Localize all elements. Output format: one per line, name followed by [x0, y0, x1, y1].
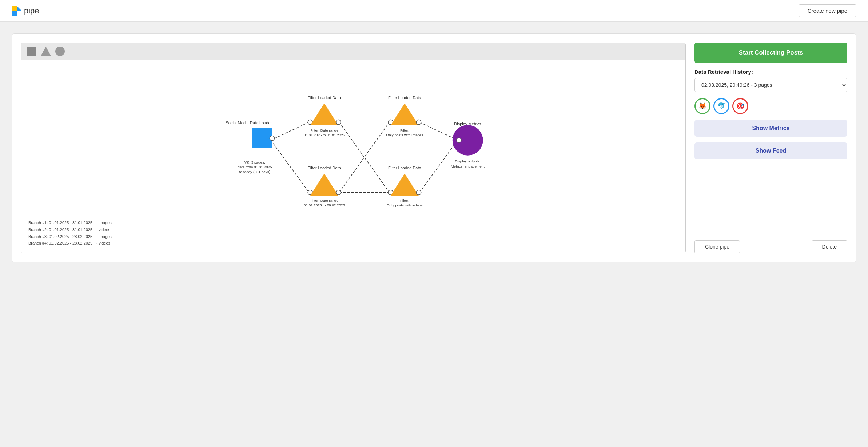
svg-text:Filter:: Filter:	[400, 128, 409, 132]
show-metrics-button[interactable]: Show Metrics	[694, 120, 847, 137]
avatar-1: 🦊	[694, 98, 710, 114]
svg-text:Filter Loaded Data: Filter Loaded Data	[388, 166, 422, 170]
svg-text:Only posts with images: Only posts with images	[386, 133, 423, 137]
svg-marker-20	[310, 173, 338, 196]
svg-line-3	[271, 122, 309, 140]
svg-text:Filter Loaded Data: Filter Loaded Data	[308, 96, 341, 100]
history-label: Data Retrieval History:	[694, 69, 847, 75]
branch-labels: Branch #1: 01.01.2025 - 31.01.2025 → ima…	[28, 220, 112, 247]
svg-point-18	[416, 120, 421, 125]
delete-button[interactable]: Delete	[812, 240, 847, 253]
right-panel: Start Collecting Posts Data Retrieval Hi…	[694, 43, 847, 253]
pipeline-diagram: Social Media Data Loader VK: 3 pages, da…	[21, 60, 685, 253]
logo-icon	[12, 6, 22, 16]
svg-text:data from 01.01.2025: data from 01.01.2025	[238, 165, 272, 169]
branch-label-4: Branch #4: 01.02.2025 - 28.02.2025 → vid…	[28, 240, 112, 247]
canvas-body: Social Media Data Loader VK: 3 pages, da…	[21, 60, 685, 253]
main-content: Social Media Data Loader VK: 3 pages, da…	[0, 22, 868, 274]
svg-line-9	[419, 122, 458, 140]
svg-marker-23	[391, 173, 419, 196]
avatar-2: 🐬	[713, 98, 729, 114]
logo-text: pipe	[24, 6, 39, 16]
svg-rect-0	[12, 11, 17, 16]
svg-marker-14	[310, 103, 338, 125]
create-new-pipe-button[interactable]: Create new pipe	[799, 4, 856, 17]
pipeline-canvas: Social Media Data Loader VK: 3 pages, da…	[21, 43, 686, 253]
svg-rect-11	[252, 128, 272, 148]
triangle-icon	[41, 47, 51, 56]
svg-point-24	[416, 190, 421, 195]
history-dropdown[interactable]: 02.03.2025, 20:49:26 - 3 pages	[694, 78, 847, 92]
svg-text:Filter: Date range: Filter: Date range	[310, 128, 338, 132]
svg-point-21	[336, 190, 341, 195]
svg-text:Display Metrics: Display Metrics	[454, 122, 481, 126]
svg-text:to today (~61 days): to today (~61 days)	[239, 170, 270, 174]
avatar-3: 🎯	[732, 98, 748, 114]
history-section: Data Retrieval History: 02.03.2025, 20:4…	[694, 69, 847, 92]
bottom-actions: Clone pipe Delete	[694, 240, 847, 253]
svg-text:VK: 3 pages,: VK: 3 pages,	[244, 160, 265, 164]
svg-marker-17	[391, 103, 419, 125]
header: pipe Create new pipe	[0, 0, 868, 22]
svg-text:Social Media Data Loader: Social Media Data Loader	[226, 121, 272, 125]
branch-label-3: Branch #3: 01.02.2025 - 28.02.2025 → ima…	[28, 233, 112, 240]
svg-text:Filter: Date range: Filter: Date range	[310, 198, 338, 202]
square-icon	[27, 47, 36, 56]
svg-text:Filter Loaded Data: Filter Loaded Data	[308, 166, 341, 170]
svg-point-15	[336, 120, 341, 125]
svg-text:01.01.2025 to 31.01.2025: 01.01.2025 to 31.01.2025	[304, 133, 345, 137]
show-feed-button[interactable]: Show Feed	[694, 142, 847, 159]
logo: pipe	[12, 6, 39, 16]
svg-text:Metrics: engagement: Metrics: engagement	[451, 164, 485, 168]
branch-label-1: Branch #1: 01.01.2025 - 31.01.2025 → ima…	[28, 220, 112, 226]
canvas-toolbar	[21, 43, 685, 60]
svg-line-4	[271, 140, 309, 193]
svg-text:Display outputs:: Display outputs:	[455, 159, 481, 163]
start-collecting-button[interactable]: Start Collecting Posts	[694, 43, 847, 63]
svg-point-12	[270, 136, 274, 141]
svg-text:Filter Loaded Data: Filter Loaded Data	[388, 96, 422, 100]
svg-point-26	[457, 138, 461, 142]
avatars-row: 🦊 🐬 🎯	[694, 98, 847, 114]
svg-text:01.02.2025 to 28.02.2025: 01.02.2025 to 28.02.2025	[304, 203, 345, 207]
circle-icon	[55, 47, 65, 56]
svg-text:Filter:: Filter:	[400, 198, 409, 202]
svg-text:Only posts with videos: Only posts with videos	[387, 203, 423, 207]
pipe-card: Social Media Data Loader VK: 3 pages, da…	[12, 33, 856, 262]
svg-rect-1	[12, 6, 17, 11]
svg-marker-2	[17, 6, 22, 11]
clone-pipe-button[interactable]: Clone pipe	[694, 240, 740, 253]
branch-label-2: Branch #2: 01.01.2025 - 31.01.2025 → vid…	[28, 226, 112, 233]
